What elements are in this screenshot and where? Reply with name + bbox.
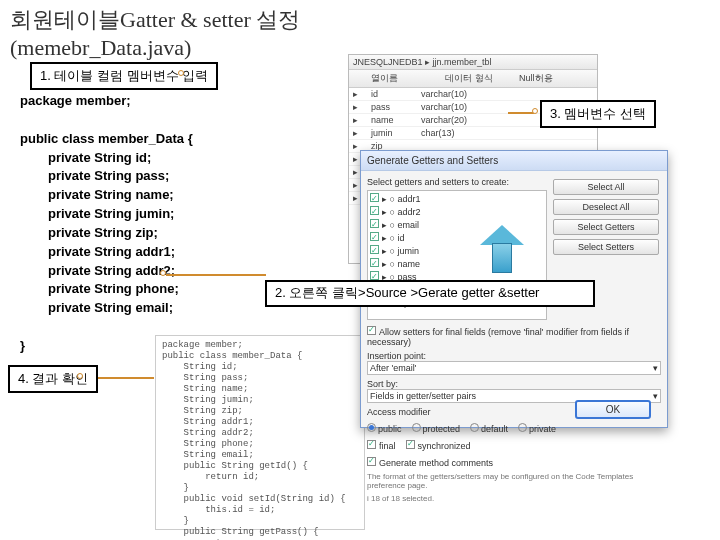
result-code-line: String id;	[162, 362, 358, 373]
pkg-line: package member;	[20, 92, 193, 111]
field-5: private String addr1;	[20, 243, 193, 262]
arrow-up-icon	[480, 225, 524, 273]
result-code-line: String phone;	[162, 439, 358, 450]
check-synchronized[interactable]: synchronized	[406, 440, 471, 451]
result-code-line: return id;	[162, 472, 358, 483]
field-3: private String jumin;	[20, 205, 193, 224]
result-code-panel: package member;public class member_Data …	[155, 335, 365, 530]
db-columns-header: 열이름 데이터 형식 Null허용	[349, 70, 597, 88]
callout-4: 4. 결과 확인	[8, 365, 98, 393]
check-final[interactable]: final	[367, 440, 396, 451]
result-code-line: public class member_Data {	[162, 351, 358, 362]
result-code-line: }	[162, 516, 358, 527]
result-code-line: package member;	[162, 340, 358, 351]
callout-1: 1. 테이블 컬럼 멤버변수 입력	[30, 62, 218, 90]
checklist-item[interactable]: ▸ ○ addr2	[370, 206, 544, 219]
callout-3: 3. 멤버변수 선택	[540, 100, 656, 128]
result-code-line: String name;	[162, 384, 358, 395]
sort-by-row: Sort by:	[367, 379, 661, 389]
checklist-item[interactable]: ▸ ○ addr1	[370, 193, 544, 206]
field-1: private String pass;	[20, 167, 193, 186]
db-breadcrumb: JNESQLJNEDB1 ▸ jjn.member_tbl	[349, 55, 597, 70]
allow-final-row[interactable]: Allow setters for final fields (remove '…	[367, 326, 661, 347]
result-code-line: public String getId() {	[162, 461, 358, 472]
field-0: private String id;	[20, 149, 193, 168]
gen-comments-row[interactable]: Generate method comments	[367, 457, 661, 468]
radio-protected[interactable]: protected	[412, 423, 461, 434]
template-note: The format of the getters/setters may be…	[367, 472, 661, 490]
field-6: private String addr2;	[20, 262, 193, 281]
result-code-line: String addr1;	[162, 417, 358, 428]
source-code: package member; public class member_Data…	[20, 92, 193, 356]
result-code-line: this.id = id;	[162, 505, 358, 516]
insertion-point-select[interactable]: After 'email'▾	[367, 361, 661, 375]
field-2: private String name;	[20, 186, 193, 205]
connector-line	[166, 274, 266, 276]
result-code-line: String zip;	[162, 406, 358, 417]
result-code-line: String jumin;	[162, 395, 358, 406]
result-code-line: String email;	[162, 450, 358, 461]
db-row: ▸juminchar(13)	[349, 127, 597, 140]
class-decl: public class member_Data {	[20, 130, 193, 149]
radio-private[interactable]: private	[518, 423, 556, 434]
field-4: private String zip;	[20, 224, 193, 243]
access-modifier-radios: public protected default private	[367, 423, 661, 434]
connector-dot	[532, 108, 538, 114]
page-title: 회원테이블Gatter & setter 설정 (memebr_Data.jav…	[0, 0, 720, 61]
connector-dot	[77, 373, 83, 379]
ok-button[interactable]: OK	[575, 400, 651, 419]
select-all-button[interactable]: Select All	[553, 179, 659, 195]
connector-line	[508, 112, 534, 114]
result-code-line: public void setId(String id) {	[162, 494, 358, 505]
deselect-all-button[interactable]: Deselect All	[553, 199, 659, 215]
select-setters-button[interactable]: Select Setters	[553, 239, 659, 255]
field-7: private String phone;	[20, 280, 193, 299]
radio-default[interactable]: default	[470, 423, 508, 434]
dialog-title: Generate Getters and Setters	[361, 151, 667, 171]
result-code-line: }	[162, 483, 358, 494]
result-code-line: String addr2;	[162, 428, 358, 439]
result-code-line: public String getPass() {	[162, 527, 358, 538]
select-getters-button[interactable]: Select Getters	[553, 219, 659, 235]
connector-dot	[178, 70, 184, 76]
modifier-checks: final synchronized	[367, 440, 661, 451]
result-code-line: String pass;	[162, 373, 358, 384]
chevron-down-icon: ▾	[653, 363, 658, 373]
selection-count: i 18 of 18 selected.	[367, 494, 661, 503]
callout-2: 2. 오른쪽 클릭>Source >Gerate getter &setter	[265, 280, 595, 307]
field-8: private String email;	[20, 299, 193, 318]
title-line-1: 회원테이블Gatter & setter 설정	[10, 6, 710, 34]
radio-public[interactable]: public	[367, 423, 402, 434]
connector-dot	[160, 270, 166, 276]
insertion-point-row: Insertion point:	[367, 351, 661, 361]
dialog-side-buttons: Select All Deselect All Select Getters S…	[553, 179, 659, 259]
allow-final-checkbox[interactable]	[367, 326, 376, 335]
chevron-down-icon: ▾	[653, 391, 658, 401]
